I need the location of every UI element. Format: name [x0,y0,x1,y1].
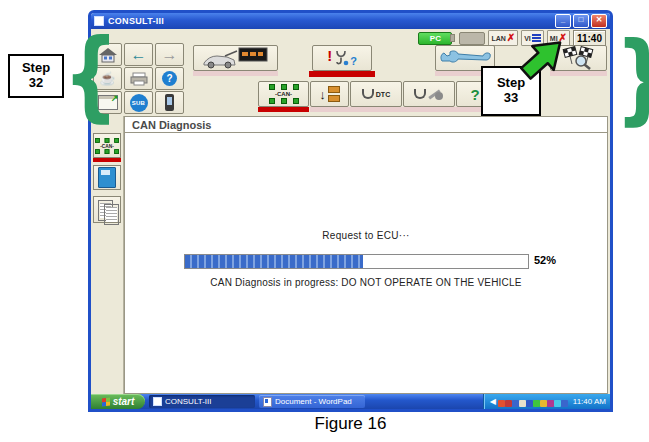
data-transfer-button[interactable]: ↓ [310,81,349,107]
window-title: CONSULT-III [108,16,553,26]
sidebar-can-active-underline [93,158,121,162]
vehicle-button-strip [193,71,278,76]
green-question-icon: ? [470,86,479,103]
subrow-strip [310,107,508,112]
right-brace-annotation: } [615,31,649,126]
forward-arrow-icon: → [162,48,178,62]
task-button-consult[interactable]: CONSULT-III [149,395,255,408]
dtc-stethoscope-icon [362,89,374,99]
step-33-arrow-icon [516,34,570,80]
title-bar[interactable]: CONSULT-III _ □ ✕ [91,13,610,29]
maximize-button[interactable]: □ [573,14,589,28]
minimize-button[interactable]: _ [555,14,571,28]
sidebar-can-label: -CAN- [100,143,114,148]
printer-icon [130,72,148,86]
diagnosis-stethoscope-icon: ! ? [327,49,357,67]
back-arrow-icon: ← [131,48,147,62]
exclaim-glyph: ! [327,49,332,63]
tools-icon [428,87,444,101]
can-diagnosis-button[interactable]: -CAN- [258,81,309,107]
close-button[interactable]: ✕ [591,14,607,28]
sidebar-vi-button[interactable] [93,165,121,190]
data-blocks-icon [328,86,340,102]
blue-book-icon [98,167,116,188]
left-brace-annotation: { [63,28,119,123]
wrench-icon [439,48,491,68]
dtc-button[interactable]: DTC [350,81,402,107]
progress-bar [184,254,529,269]
active-test-button[interactable] [403,81,455,107]
consult-task-label: CONSULT-III [165,397,212,406]
down-arrow-icon: ↓ [319,88,326,101]
start-label: start [113,396,135,407]
windows-flag-icon [102,397,110,406]
tray-icons[interactable] [498,393,568,410]
progress-percent-label: 52% [534,254,556,266]
taskbar: start CONSULT-III Document - WordPad ◀ 1… [91,394,610,409]
car-connection-icon [201,47,271,69]
wordpad-task-label: Document - WordPad [275,397,352,406]
active-test-stethoscope-icon [414,89,426,99]
task-button-wordpad[interactable]: Document - WordPad [259,395,365,408]
back-button[interactable]: ← [124,43,153,66]
step-32-callout: Step 32 [8,54,64,98]
forward-button[interactable]: → [155,43,184,66]
request-status-text: Request to ECU··· [125,230,607,241]
help-icon: ? [162,71,177,86]
stethoscope-glyph [333,49,349,67]
can-label: -CAN- [275,91,292,97]
phone-icon [165,94,174,111]
dtc-label: DTC [376,91,390,98]
step33-line2: 33 [504,91,518,106]
mobile-device-button[interactable] [155,91,184,114]
tray-clock: 11:40 AM [573,397,606,406]
documents-icon [98,200,116,220]
wordpad-task-icon [263,397,272,407]
vehicle-connection-button[interactable] [193,45,278,71]
can-network-icon: -CAN- [269,84,299,104]
print-button[interactable] [124,67,153,90]
progress-fill [185,255,363,268]
consult-task-icon [153,397,162,406]
page-title: CAN Diagnosis [132,119,211,131]
sidebar-report-button[interactable] [93,196,121,223]
start-button[interactable]: start [91,394,145,409]
main-content: Request to ECU··· 52% CAN Diagnosis in p… [124,133,608,394]
can-active-underline [258,107,309,112]
step32-line1: Step [22,61,50,76]
diagnosis-button[interactable]: ! ? [312,45,372,71]
tray-chevron-icon: ◀ [490,398,496,406]
warning-text: CAN Diagnosis in progress: DO NOT OPERAT… [125,277,607,288]
lan-disconnected-icon: ✗ [507,33,515,43]
help-button[interactable]: ? [155,67,184,90]
figure-caption: Figure 16 [88,414,613,434]
diagnosis-active-underline [309,71,375,77]
system-tray[interactable]: ◀ 11:40 AM [483,394,610,409]
step32-line2: 32 [29,76,43,91]
lan-label: LAN [491,35,505,42]
sidebar-can-button[interactable]: -CAN- [93,133,121,158]
sidebar: -CAN- [91,116,124,394]
page-title-bar: CAN Diagnosis [124,116,608,133]
sub-mode-button[interactable]: SUB [124,91,153,114]
question-glyph: ? [350,55,357,67]
sub-mode-icon: SUB [130,94,148,112]
sidebar-can-icon: -CAN- [95,138,119,154]
